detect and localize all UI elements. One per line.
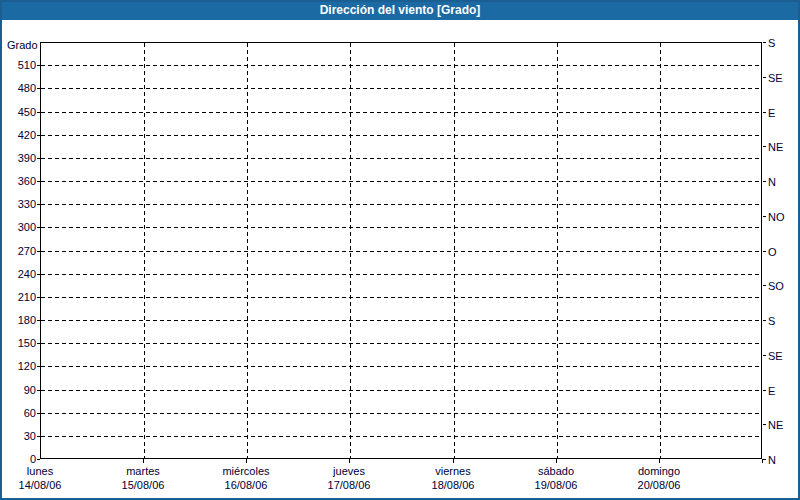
y-axis-right-tick-label: SO — [768, 280, 784, 292]
y-axis-right-tick-label: N — [768, 176, 776, 188]
y-axis-right-tick-label: SE — [768, 350, 783, 362]
v-gridline — [454, 43, 455, 458]
x-axis-day-date: 15/08/06 — [88, 479, 198, 492]
y-axis-left-tick — [37, 366, 40, 367]
y-axis-right-tick-label: E — [768, 385, 775, 397]
y-axis-left-tick — [37, 88, 40, 89]
y-axis-right-tick — [763, 390, 766, 391]
h-gridline — [41, 112, 761, 113]
h-gridline — [41, 65, 761, 66]
x-axis-day-name: domingo — [604, 465, 714, 478]
y-axis-right-tick — [763, 146, 766, 147]
h-gridline — [41, 181, 761, 182]
y-axis-left-tick-label: 120 — [0, 360, 36, 372]
y-axis-left-tick-label: 480 — [0, 82, 36, 94]
y-axis-left-tick-label: 300 — [0, 221, 36, 233]
v-gridline — [144, 43, 145, 458]
x-axis-day-name: jueves — [294, 465, 404, 478]
v-gridline — [247, 43, 248, 458]
y-axis-right-tick — [763, 459, 766, 460]
chart-window: Dirección del viento [Grado] Grado 03060… — [0, 0, 800, 500]
h-gridline — [41, 320, 761, 321]
y-axis-left-tick — [37, 251, 40, 252]
x-axis-day-date: 18/08/06 — [398, 479, 508, 492]
h-gridline — [41, 390, 761, 391]
y-axis-left-tick-label: 150 — [0, 337, 36, 349]
h-gridline — [41, 204, 761, 205]
y-axis-left-tick — [37, 459, 40, 460]
h-gridline — [41, 227, 761, 228]
y-axis-left-tick-label: 90 — [0, 384, 36, 396]
chart-title: Dirección del viento [Grado] — [320, 3, 481, 17]
y-axis-right-tick-label: S — [768, 37, 775, 49]
y-axis-right-tick-label: S — [768, 315, 775, 327]
y-axis-left-tick — [37, 297, 40, 298]
y-axis-left-tick-label: 390 — [0, 152, 36, 164]
y-axis-left-tick-label: 180 — [0, 314, 36, 326]
v-gridline — [350, 43, 351, 458]
x-axis-boundary-tick — [143, 459, 144, 463]
y-axis-left-tick-label: 510 — [0, 59, 36, 71]
y-axis-right-tick-label: E — [768, 107, 775, 119]
y-axis-right-tick — [763, 77, 766, 78]
y-axis-left-tick — [37, 181, 40, 182]
x-axis-day-name: lunes — [0, 465, 95, 478]
y-axis-right-tick — [763, 42, 766, 43]
y-axis-right-tick-label: O — [768, 246, 777, 258]
x-axis-day-name: viernes — [398, 465, 508, 478]
x-axis-day-date: 16/08/06 — [191, 479, 301, 492]
x-axis-boundary-tick — [453, 459, 454, 463]
x-axis-boundary-tick — [762, 459, 763, 463]
y-axis-left-tick-label: 450 — [0, 106, 36, 118]
y-axis-right-tick — [763, 112, 766, 113]
h-gridline — [41, 297, 761, 298]
y-axis-right-tick — [763, 355, 766, 356]
y-axis-left-tick — [37, 390, 40, 391]
v-gridline — [557, 43, 558, 458]
y-axis-left-tick — [37, 413, 40, 414]
y-axis-right-tick — [763, 424, 766, 425]
y-axis-right-tick — [763, 251, 766, 252]
y-axis-right-tick — [763, 181, 766, 182]
y-axis-right-tick-label: NE — [768, 141, 783, 153]
y-axis-right-tick — [763, 216, 766, 217]
x-axis-day-name: martes — [88, 465, 198, 478]
y-axis-left-tick — [37, 158, 40, 159]
x-axis-day-date: 14/08/06 — [0, 479, 95, 492]
y-axis-right-tick — [763, 320, 766, 321]
y-axis-left-tick-label: 30 — [0, 430, 36, 442]
x-axis-day-name: sábado — [501, 465, 611, 478]
y-axis-right-tick-label: N — [768, 454, 776, 466]
x-axis-day-date: 19/08/06 — [501, 479, 611, 492]
y-axis-left-tick — [37, 204, 40, 205]
y-axis-left-tick-label: 360 — [0, 175, 36, 187]
y-axis-left-tick — [37, 343, 40, 344]
h-gridline — [41, 343, 761, 344]
y-axis-right-tick-label: NE — [768, 419, 783, 431]
y-axis-left-tick-label: 240 — [0, 268, 36, 280]
y-axis-right-tick-label: SE — [768, 72, 783, 84]
x-axis-day-date: 17/08/06 — [294, 479, 404, 492]
y-axis-left-tick-label: 330 — [0, 198, 36, 210]
h-gridline — [41, 251, 761, 252]
y-axis-left-tick — [37, 112, 40, 113]
x-axis-day-name: miércoles — [191, 465, 301, 478]
x-axis-day-date: 20/08/06 — [604, 479, 714, 492]
v-gridline — [660, 43, 661, 458]
y-axis-left-tick-label: 210 — [0, 291, 36, 303]
y-axis-right-tick-label: NO — [768, 211, 785, 223]
y-axis-left-tick-label: 60 — [0, 407, 36, 419]
h-gridline — [41, 88, 761, 89]
h-gridline — [41, 274, 761, 275]
y-axis-left-tick-label: 270 — [0, 245, 36, 257]
y-axis-left-tick — [37, 274, 40, 275]
h-gridline — [41, 413, 761, 414]
y-axis-left-tick-label: 420 — [0, 129, 36, 141]
h-gridline — [41, 135, 761, 136]
x-axis-boundary-tick — [659, 459, 660, 463]
chart-title-bar: Dirección del viento [Grado] — [0, 0, 800, 20]
y-axis-unit-label: Grado — [7, 39, 38, 51]
x-axis-boundary-tick — [556, 459, 557, 463]
h-gridline — [41, 158, 761, 159]
y-axis-left-tick — [37, 436, 40, 437]
